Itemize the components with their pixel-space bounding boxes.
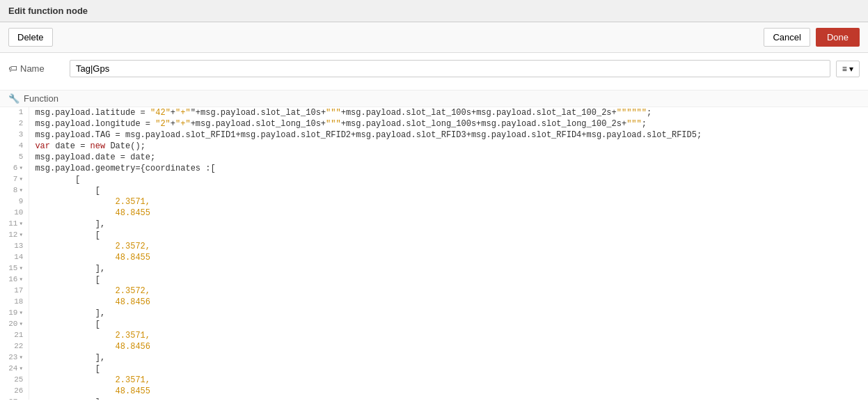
fold-indicator[interactable]: ▾ [19, 187, 23, 194]
table-row: 19▾ ], [0, 308, 868, 319]
table-row: 12▾ [ [0, 230, 868, 241]
line-number: 24▾ [0, 363, 29, 375]
table-row: 8▾ [ [0, 185, 868, 196]
code-line-content: [ [29, 174, 868, 185]
fold-indicator[interactable]: ▾ [19, 320, 23, 328]
table-row: 2msg.payload.longitude = "2"+"+"+msg.pay… [0, 118, 868, 130]
line-number: 8▾ [0, 185, 29, 196]
title-bar: Edit function node [0, 0, 868, 22]
fold-indicator[interactable]: ▾ [19, 365, 23, 373]
code-line-content: [ [29, 185, 868, 196]
fold-indicator[interactable]: ▾ [19, 398, 23, 400]
code-line-content: 2.3572, [29, 285, 868, 297]
cancel-button[interactable]: Cancel [764, 28, 810, 47]
table-row: 7▾ [ [0, 174, 868, 185]
table-row: 6▾msg.payload.geometry={coordinates :[ [0, 163, 868, 174]
table-row: 13 2.3572, [0, 241, 868, 252]
line-number: 11▾ [0, 219, 29, 230]
chevron-down-icon: ≡ ▾ [842, 64, 853, 74]
table-row: 14 48.8455 [0, 252, 868, 263]
line-number: 10 [0, 208, 29, 219]
code-line-content: msg.payload.date = date; [29, 152, 868, 163]
code-line-content: 2.3571, [29, 375, 868, 386]
code-line-content: ], [29, 352, 868, 363]
table-row: 26 48.8455 [0, 386, 868, 397]
fold-indicator[interactable]: ▾ [19, 175, 23, 183]
line-number: 18 [0, 297, 29, 308]
name-input[interactable] [70, 60, 830, 77]
line-number: 3 [0, 130, 29, 141]
line-number: 6▾ [0, 163, 29, 174]
line-number: 5 [0, 152, 29, 163]
table-row: 15▾ ], [0, 263, 868, 274]
fold-indicator[interactable]: ▾ [19, 309, 23, 317]
done-button[interactable]: Done [816, 28, 860, 47]
line-number: 2 [0, 118, 29, 130]
code-editor[interactable]: 1msg.payload.latitude = "42"+"+""+msg.pa… [0, 107, 868, 400]
tag-icon: 🏷 [8, 63, 17, 74]
code-line-content: 2.3571, [29, 196, 868, 208]
code-line-content: 48.8455 [29, 386, 868, 397]
table-row: 5msg.payload.date = date; [0, 152, 868, 163]
line-number: 14 [0, 252, 29, 263]
line-number: 9 [0, 196, 29, 208]
table-row: 27▾ ] [0, 397, 868, 400]
code-line-content: [ [29, 274, 868, 285]
table-row: 10 48.8455 [0, 208, 868, 219]
fold-indicator[interactable]: ▾ [19, 354, 23, 361]
code-line-content: 2.3572, [29, 241, 868, 252]
code-line-content: [ [29, 230, 868, 241]
fold-indicator[interactable]: ▾ [19, 265, 23, 272]
table-row: 24▾ [ [0, 363, 868, 375]
line-number: 7▾ [0, 174, 29, 185]
fold-indicator[interactable]: ▾ [19, 231, 23, 239]
line-number: 16▾ [0, 274, 29, 285]
code-line-content: var date = new Date(); [29, 141, 868, 152]
line-number: 1 [0, 107, 29, 118]
table-row: 23▾ ], [0, 352, 868, 363]
code-line-content: [ [29, 363, 868, 375]
name-options-button[interactable]: ≡ ▾ [836, 61, 860, 77]
code-line-content: msg.payload.latitude = "42"+"+""+msg.pay… [29, 107, 868, 118]
table-row: 3msg.payload.TAG = msg.payload.slot_RFID… [0, 130, 868, 141]
table-row: 11▾ ], [0, 219, 868, 230]
code-line-content: ], [29, 219, 868, 230]
code-line-content: msg.payload.longitude = "2"+"+"+msg.payl… [29, 118, 868, 130]
code-line-content: 48.8456 [29, 341, 868, 352]
code-line-content: msg.payload.geometry={coordinates :[ [29, 163, 868, 174]
code-line-content: ], [29, 263, 868, 274]
table-row: 20▾ [ [0, 319, 868, 330]
table-row: 4var date = new Date(); [0, 141, 868, 152]
line-number: 15▾ [0, 263, 29, 274]
fold-indicator[interactable]: ▾ [19, 164, 23, 172]
line-number: 27▾ [0, 397, 29, 400]
line-number: 23▾ [0, 352, 29, 363]
code-line-content: 2.3571, [29, 330, 868, 341]
table-row: 21 2.3571, [0, 330, 868, 341]
line-number: 22 [0, 341, 29, 352]
line-number: 12▾ [0, 230, 29, 241]
fold-indicator[interactable]: ▾ [19, 220, 23, 228]
table-row: 17 2.3572, [0, 285, 868, 297]
code-line-content: 48.8456 [29, 297, 868, 308]
function-section-label: 🔧 Function [0, 91, 868, 107]
code-line-content: 48.8455 [29, 208, 868, 219]
fold-indicator[interactable]: ▾ [19, 276, 23, 283]
code-line-content: ] [29, 397, 868, 400]
line-number: 17 [0, 285, 29, 297]
line-number: 20▾ [0, 319, 29, 330]
dialog-title: Edit function node [8, 6, 88, 16]
table-row: 9 2.3571, [0, 196, 868, 208]
line-number: 19▾ [0, 308, 29, 319]
code-line-content: 48.8455 [29, 252, 868, 263]
line-number: 25 [0, 375, 29, 386]
code-line-content: msg.payload.TAG = msg.payload.slot_RFID1… [29, 130, 868, 141]
toolbar: Delete Cancel Done [0, 22, 868, 53]
line-number: 13 [0, 241, 29, 252]
delete-button[interactable]: Delete [8, 28, 53, 47]
line-number: 26 [0, 386, 29, 397]
line-number: 21 [0, 330, 29, 341]
table-row: 22 48.8456 [0, 341, 868, 352]
table-row: 25 2.3571, [0, 375, 868, 386]
code-line-content: [ [29, 319, 868, 330]
